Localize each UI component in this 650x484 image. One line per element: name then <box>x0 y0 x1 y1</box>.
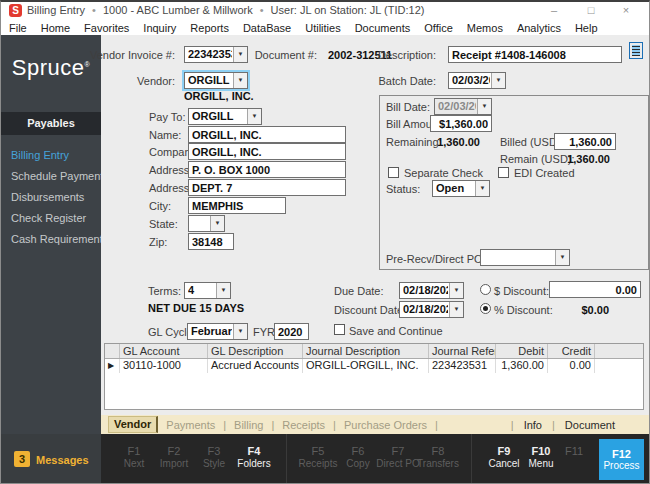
description-input[interactable] <box>448 46 622 63</box>
bill-amount-input[interactable] <box>430 115 492 132</box>
minimize-icon[interactable]: – <box>543 2 565 19</box>
menu-inquiry[interactable]: Inquiry <box>143 22 176 34</box>
chevron-down-icon[interactable]: ▼ <box>233 324 247 339</box>
menu-documents[interactable]: Documents <box>355 22 411 34</box>
chevron-down-icon[interactable]: ▼ <box>475 181 489 196</box>
menu-reports[interactable]: Reports <box>190 22 229 34</box>
title-company: 1000 - ABC Lumber & Millwork <box>103 4 253 16</box>
grid-col-debit[interactable]: Debit <box>496 344 548 358</box>
grid-col-journal-reference[interactable]: Journal Reference <box>429 344 496 358</box>
gl-cycle-combo[interactable]: February▼ <box>187 323 248 340</box>
sidebar-item-check-register[interactable]: Check Register <box>1 208 101 229</box>
tab-vendor[interactable]: Vendor <box>108 416 158 433</box>
grid-col-credit[interactable]: Credit <box>548 344 595 358</box>
vendor-combo[interactable]: ORGILL▼ <box>184 72 248 89</box>
grid-col-journal-description[interactable]: Journal Description <box>303 344 429 358</box>
pay-to-combo[interactable]: ORGILL▼ <box>188 108 262 125</box>
tab-receipts[interactable]: Receipts <box>282 419 325 431</box>
f12-process-button[interactable]: F12Process <box>599 439 644 480</box>
dollar-discount-label: $ Discount: <box>494 285 549 297</box>
edi-created-label: EDI Created <box>514 167 575 179</box>
chevron-down-icon[interactable]: ▼ <box>233 47 247 62</box>
messages-panel[interactable]: 3 Messages <box>1 434 101 484</box>
menu-utilities[interactable]: Utilities <box>305 22 340 34</box>
tab-bar-right: | Info | Document <box>511 419 615 431</box>
batch-date-label: Batch Date: <box>379 75 436 87</box>
chevron-down-icon[interactable]: ▼ <box>449 283 463 298</box>
menu-memos[interactable]: Memos <box>467 22 503 34</box>
dollar-discount-input[interactable] <box>549 281 641 298</box>
name-input[interactable] <box>188 126 346 143</box>
menu-database[interactable]: DataBase <box>243 22 291 34</box>
chevron-down-icon: ▼ <box>477 99 491 114</box>
discount-date-label: Discount Date: <box>334 304 406 316</box>
menu-help[interactable]: Help <box>575 22 598 34</box>
chevron-down-icon[interactable]: ▼ <box>210 216 224 231</box>
billed-usd-input[interactable] <box>554 133 616 150</box>
tab-billing[interactable]: Billing <box>234 419 263 431</box>
separate-check-checkbox[interactable] <box>388 167 399 178</box>
chevron-down-icon[interactable]: ▼ <box>449 302 463 317</box>
title-bar: S Billing Entry•1000 - ABC Lumber & Mill… <box>1 2 649 20</box>
cell-credit[interactable]: 0.00 <box>548 359 595 373</box>
sidebar-item-disbursements[interactable]: Disbursements <box>1 187 101 208</box>
state-combo[interactable]: ▼ <box>188 215 225 232</box>
percent-discount-radio[interactable] <box>480 303 491 314</box>
sidebar-item-schedule-payments[interactable]: Schedule Payments <box>1 166 101 187</box>
maximize-icon[interactable]: □ <box>580 2 602 19</box>
pre-recv-po-combo[interactable]: ▼ <box>480 249 570 266</box>
due-date-picker[interactable]: 02/18/2020▼ <box>399 282 464 299</box>
menu-home[interactable]: Home <box>41 22 70 34</box>
address2-input[interactable] <box>188 179 346 196</box>
fkey-f11: F11 <box>552 445 596 475</box>
vendor-invoice-combo[interactable]: 223423531▼ <box>184 46 248 63</box>
grid-data-row[interactable]: ▶ 30110-1000 Accrued Accounts Payable OR… <box>105 359 643 373</box>
menu-analytics[interactable]: Analytics <box>517 22 561 34</box>
cell-journal-reference[interactable]: 223423531 <box>429 359 496 373</box>
name-label: Name: <box>149 129 181 141</box>
bill-date-picker: 02/03/2020▼ <box>434 98 492 115</box>
terms-combo[interactable]: 4▼ <box>184 282 231 299</box>
notes-list-icon[interactable] <box>629 42 643 59</box>
edi-created-checkbox[interactable] <box>498 167 509 178</box>
tab-document[interactable]: Document <box>565 419 615 431</box>
company-input[interactable] <box>188 143 346 160</box>
chevron-down-icon[interactable]: ▼ <box>555 250 569 265</box>
chevron-down-icon[interactable]: ▼ <box>247 109 261 124</box>
chevron-down-icon[interactable]: ▼ <box>233 73 247 88</box>
fkey-f4-folders[interactable]: F4Folders <box>232 445 276 475</box>
grid-col-gl-description[interactable]: GL Description <box>208 344 303 358</box>
menu-file[interactable]: File <box>9 22 27 34</box>
percent-discount-value: $0.00 <box>581 304 609 316</box>
title-separator: • <box>92 4 96 16</box>
grid-col-gl-account[interactable]: GL Account <box>120 344 208 358</box>
save-and-continue-checkbox[interactable] <box>334 324 345 335</box>
sidebar-section-payables: Payables <box>1 112 101 135</box>
batch-date-picker[interactable]: 02/03/2020▼ <box>448 72 506 89</box>
close-icon[interactable]: × <box>615 2 637 19</box>
menu-office[interactable]: Office <box>424 22 453 34</box>
row-selector-icon[interactable]: ▶ <box>105 359 120 373</box>
tab-purchase-orders[interactable]: Purchase Orders <box>344 419 427 431</box>
fyr-input[interactable] <box>274 323 309 340</box>
chevron-down-icon[interactable]: ▼ <box>216 283 230 298</box>
registered-mark: ® <box>85 61 91 68</box>
address1-input[interactable] <box>188 161 346 178</box>
sidebar-item-billing-entry[interactable]: Billing Entry <box>1 145 101 166</box>
cell-gl-account[interactable]: 30110-1000 <box>120 359 208 373</box>
sidebar-item-cash-requirements[interactable]: Cash Requirements <box>1 229 101 250</box>
cell-gl-description[interactable]: Accrued Accounts Payable <box>208 359 303 373</box>
status-combo[interactable]: Open▼ <box>432 180 490 197</box>
discount-date-picker[interactable]: 02/18/2020▼ <box>399 301 464 318</box>
title-separator: • <box>260 4 264 16</box>
cell-debit[interactable]: 1,360.00 <box>496 359 548 373</box>
chevron-down-icon[interactable]: ▼ <box>491 73 505 88</box>
menu-favorites[interactable]: Favorites <box>84 22 129 34</box>
zip-input[interactable] <box>188 233 234 250</box>
save-and-continue-label: Save and Continue <box>349 325 443 337</box>
cell-journal-description[interactable]: ORGILL-ORGILL, INC. <box>303 359 429 373</box>
tab-payments[interactable]: Payments <box>166 419 215 431</box>
dollar-discount-radio[interactable] <box>480 284 491 295</box>
tab-info[interactable]: Info <box>524 419 542 431</box>
city-input[interactable] <box>188 197 286 214</box>
